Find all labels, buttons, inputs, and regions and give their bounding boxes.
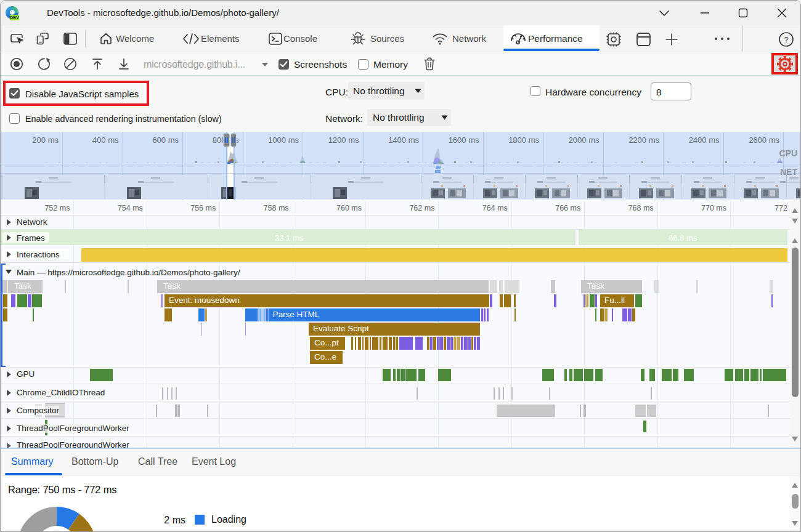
- svg-text:DEV: DEV: [10, 15, 19, 20]
- svg-text:?: ?: [784, 35, 788, 44]
